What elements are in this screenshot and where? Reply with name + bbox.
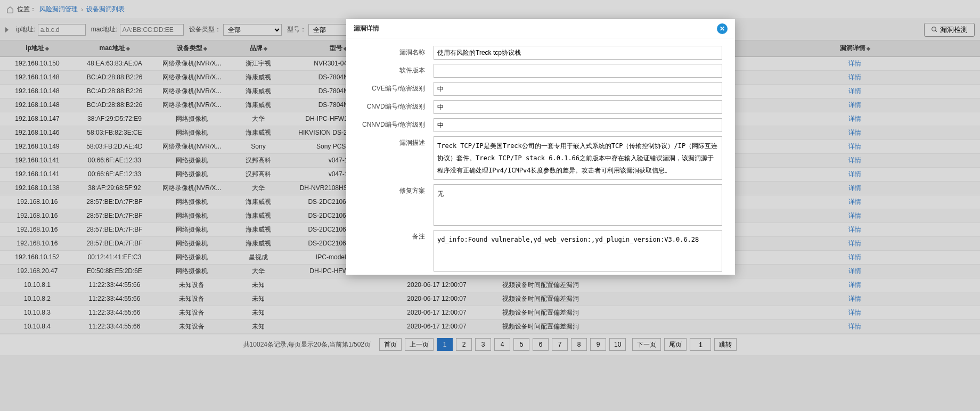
fld-desc[interactable] (434, 136, 722, 180)
lbl-cve: CVE编号/危害级别 (359, 82, 434, 93)
lbl-name: 漏洞名称 (359, 46, 434, 57)
fld-cve[interactable] (434, 82, 722, 96)
lbl-desc: 漏洞描述 (359, 136, 434, 147)
modal-title: 漏洞详情 (354, 24, 379, 33)
vuln-detail-modal: 漏洞详情 ✕ 漏洞名称 软件版本 CVE编号/危害级别 CNVD编号/危害级别 … (346, 19, 735, 275)
lbl-note: 备注 (359, 230, 434, 241)
close-icon[interactable]: ✕ (717, 23, 728, 34)
fld-ver[interactable] (434, 64, 722, 78)
fld-name[interactable] (434, 46, 722, 60)
fld-fix[interactable] (434, 184, 722, 226)
lbl-fix: 修复方案 (359, 184, 434, 195)
lbl-cnvd: CNVD编号/危害级别 (359, 100, 434, 111)
fld-note[interactable] (434, 230, 722, 272)
lbl-cnnvd: CNNVD编号/危害级别 (359, 118, 434, 129)
fld-cnnvd[interactable] (434, 118, 722, 132)
fld-cnvd[interactable] (434, 100, 722, 114)
lbl-ver: 软件版本 (359, 64, 434, 75)
